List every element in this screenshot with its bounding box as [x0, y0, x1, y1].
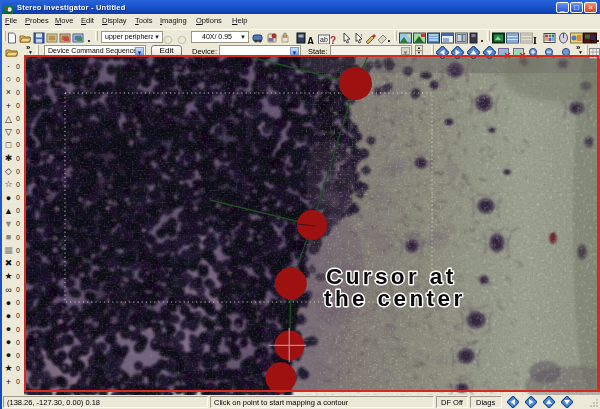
svg-text:the center: the center: [324, 286, 466, 311]
svg-text:ab: ab: [320, 36, 328, 43]
